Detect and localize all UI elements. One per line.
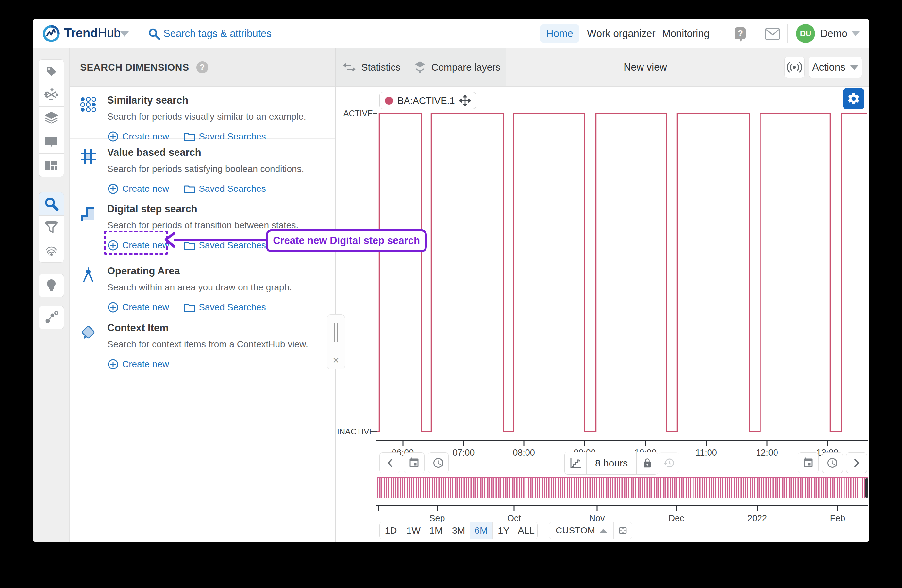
- chart-settings-button[interactable]: [843, 88, 864, 109]
- annotation-highlight-box: [104, 231, 168, 255]
- trend-axis-button[interactable]: [565, 452, 586, 474]
- start-time-button[interactable]: [428, 452, 449, 473]
- history-restore-button[interactable]: [659, 452, 680, 473]
- range-button-group: 1D1W1M3M6M1YALL: [379, 522, 538, 540]
- step-back-button[interactable]: [379, 452, 400, 473]
- end-calendar-button[interactable]: [798, 452, 819, 473]
- section-title: Value based search: [107, 146, 327, 159]
- digital-step-icon: [80, 205, 96, 222]
- rail-fingerprint-icon[interactable]: [39, 239, 64, 263]
- rail-layers-icon[interactable]: [39, 106, 64, 130]
- nav-home[interactable]: Home: [540, 25, 579, 43]
- rail-lightbulb-icon[interactable]: [39, 274, 64, 297]
- timeline-tick: [837, 506, 838, 511]
- section-context-item: Context Item Search for context items fr…: [70, 314, 335, 372]
- rail-tag-icon[interactable]: [39, 59, 64, 83]
- timeline-tick-label: 2022: [747, 513, 767, 524]
- folder-icon: [184, 302, 196, 313]
- chart-toolbar: 8 hours: [336, 452, 869, 475]
- range-3m-button[interactable]: 3M: [448, 522, 470, 539]
- range-1w-button[interactable]: 1W: [402, 522, 425, 539]
- rail-funnel-icon[interactable]: [39, 216, 64, 239]
- rail-dashboard-layout-icon[interactable]: [39, 153, 64, 177]
- clock-icon: [827, 457, 838, 469]
- rail-calculator-icon[interactable]: [39, 83, 64, 106]
- circle-plus-icon: [107, 358, 119, 370]
- duration-button[interactable]: 8 hours: [586, 452, 636, 474]
- actions-button[interactable]: Actions: [808, 56, 862, 78]
- create-new-link[interactable]: Create new: [107, 302, 169, 313]
- timeline-tick: [757, 506, 758, 511]
- link-separator: [176, 301, 177, 314]
- end-time-button[interactable]: [822, 452, 843, 473]
- range-1m-button[interactable]: 1M: [425, 522, 448, 539]
- panel-title: SEARCH DIMENSIONS: [80, 62, 189, 73]
- similarity-dots-icon: [80, 96, 96, 113]
- help-icon[interactable]: ?: [733, 26, 748, 44]
- trendhub-logo-icon[interactable]: [42, 25, 60, 44]
- digital-step-plot[interactable]: [377, 113, 867, 432]
- panel-resize-handle[interactable]: ✕: [327, 314, 345, 369]
- nav-work-organizer[interactable]: Work organizer: [581, 25, 661, 43]
- rail-search-icon[interactable]: [39, 192, 64, 216]
- x-axis-tick: [827, 441, 828, 446]
- custom-caret-icon: [600, 529, 607, 533]
- tab-compare-layers[interactable]: Compare layers: [408, 48, 506, 86]
- move-icon[interactable]: [459, 95, 471, 106]
- y-axis-tick: [373, 113, 377, 114]
- circle-plus-icon: [107, 183, 119, 195]
- drag-grip-icon[interactable]: [327, 314, 345, 352]
- create-new-link[interactable]: Create new: [107, 183, 169, 195]
- saved-searches-link[interactable]: Saved Searches: [184, 302, 266, 313]
- annotation-connector-line: [174, 239, 267, 241]
- search-input[interactable]: Search tags & attributes: [163, 28, 272, 39]
- calendar-icon: [408, 457, 420, 469]
- timeline-overview-strip[interactable]: [377, 477, 868, 497]
- user-menu-label[interactable]: Demo: [820, 28, 847, 39]
- legend-chip[interactable]: BA:ACTIVE.1: [379, 92, 476, 109]
- range-all-button[interactable]: ALL: [515, 522, 537, 539]
- series-color-dot: [385, 97, 393, 105]
- app-logo-text[interactable]: TrendHub: [64, 26, 121, 40]
- saved-searches-link[interactable]: Saved Searches: [184, 240, 266, 250]
- view-header: Statistics Compare layers New view Actio…: [336, 48, 869, 86]
- view-title: New view: [506, 48, 785, 86]
- range-1y-button[interactable]: 1Y: [493, 522, 515, 539]
- search-dimensions-panel: SEARCH DIMENSIONS ? Similarity search Se…: [70, 48, 335, 542]
- panel-close-icon[interactable]: ✕: [327, 352, 345, 369]
- create-new-link[interactable]: Create new: [107, 358, 169, 370]
- timeline-tick-label: Dec: [668, 513, 684, 524]
- gear-icon: [847, 92, 860, 105]
- timeline-scroll-handle[interactable]: [865, 478, 868, 497]
- chevron-left-icon: [386, 458, 393, 468]
- saved-searches-link[interactable]: Saved Searches: [184, 184, 266, 194]
- avatar[interactable]: DU: [796, 24, 815, 43]
- section-description: Search for periods satisfying boolean co…: [107, 163, 327, 175]
- range-1d-button[interactable]: 1D: [380, 522, 402, 539]
- start-calendar-button[interactable]: [404, 452, 424, 473]
- broadcast-icon: [787, 62, 802, 73]
- folder-icon: [184, 184, 196, 194]
- user-menu-caret-icon[interactable]: [852, 31, 860, 36]
- series-name: BA:ACTIVE.1: [398, 95, 455, 106]
- mail-icon[interactable]: [765, 28, 780, 42]
- nav-monitoring[interactable]: Monitoring: [656, 25, 716, 43]
- step-forward-button[interactable]: [846, 452, 867, 473]
- tab-statistics[interactable]: Statistics: [336, 48, 408, 86]
- logo-dropdown-caret-icon[interactable]: [120, 31, 129, 37]
- range-6m-button[interactable]: 6M: [470, 522, 493, 539]
- expand-range-button[interactable]: [614, 522, 632, 539]
- y-axis-tick: [373, 431, 377, 432]
- rail-comment-icon[interactable]: [39, 130, 64, 153]
- topbar-separator: [787, 24, 788, 43]
- topbar-divider: [137, 19, 137, 48]
- history-icon: [663, 457, 675, 469]
- rail-scatter-connections-icon[interactable]: [39, 306, 64, 329]
- lock-duration-button[interactable]: [636, 452, 658, 474]
- x-axis-tick: [523, 441, 525, 446]
- custom-range-button[interactable]: CUSTOM: [549, 522, 614, 539]
- layers-compare-icon: [414, 61, 426, 74]
- panel-help-icon[interactable]: ?: [196, 61, 208, 73]
- timeline-tick: [597, 506, 597, 511]
- broadcast-button[interactable]: [785, 56, 805, 78]
